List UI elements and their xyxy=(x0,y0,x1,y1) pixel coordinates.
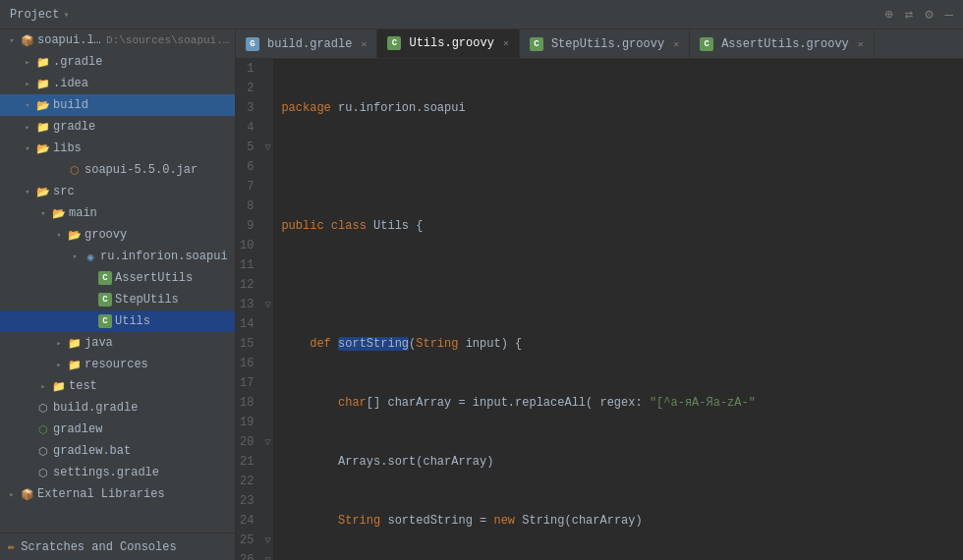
tree-item-idea[interactable]: ▸ 📁 .idea xyxy=(0,73,235,94)
tree-item-assertutils[interactable]: C AssertUtils xyxy=(0,267,235,289)
tree-item-java[interactable]: ▸ 📁 java xyxy=(0,332,235,354)
tab-steputils-close[interactable]: ✕ xyxy=(673,38,679,50)
settings-icon[interactable]: ⚙ xyxy=(925,6,933,23)
project-chevron[interactable]: ▾ xyxy=(63,9,69,21)
build-gradle-label: build.gradle xyxy=(53,401,138,415)
folder-icon-test: 📁 xyxy=(51,380,67,393)
tab-assertutils-label: AssertUtils.groovy xyxy=(721,37,849,51)
tree-item-test[interactable]: ▸ 📁 test xyxy=(0,375,235,397)
fold-11 xyxy=(261,255,273,275)
gradle-file-icon: ⬡ xyxy=(35,402,51,415)
fold-12 xyxy=(261,275,273,295)
line-num-24: 24 xyxy=(240,511,254,531)
tree-item-utils[interactable]: C Utils xyxy=(0,310,235,332)
tab-build-gradle-label: build.gradle xyxy=(267,37,352,51)
gradle-tab-icon: G xyxy=(246,37,259,51)
tab-assertutils-close[interactable]: ✕ xyxy=(858,38,864,50)
fold-13[interactable]: ▽ xyxy=(261,295,273,314)
fold-25[interactable]: ▽ xyxy=(261,531,273,550)
line-num-6: 6 xyxy=(240,157,254,177)
groovy-badge-utils: C xyxy=(98,314,112,328)
tab-steputils[interactable]: C StepUtils.groovy ✕ xyxy=(520,29,690,58)
line-num-14: 14 xyxy=(240,314,254,334)
tree-item-groovy[interactable]: ▾ 📂 groovy xyxy=(0,224,235,246)
src-label: src xyxy=(53,185,75,198)
tree-item-gradlew[interactable]: ⬡ gradlew xyxy=(0,419,235,440)
tab-build-gradle-close[interactable]: ✕ xyxy=(361,38,367,50)
tree-item-ru-inforion[interactable]: ▾ ◉ ru.inforion.soapui xyxy=(0,246,235,267)
folder-icon: 📁 xyxy=(35,56,51,69)
groovy-badge-assertutils: C xyxy=(98,271,112,285)
line-num-17: 17 xyxy=(240,373,254,393)
tab-assertutils[interactable]: C AssertUtils.groovy ✕ xyxy=(690,29,875,58)
arrow-groovy: ▾ xyxy=(51,230,67,241)
gradlew-label: gradlew xyxy=(53,422,102,436)
folder-icon-resources: 📁 xyxy=(67,359,83,371)
tab-utils-label: Utils.groovy xyxy=(409,36,493,50)
tree-item-build[interactable]: ▾ 📂 build xyxy=(0,94,235,116)
tree-item-libs[interactable]: ▾ 📂 libs xyxy=(0,138,235,159)
folder-icon-idea: 📁 xyxy=(35,78,51,90)
project-label: Project xyxy=(10,8,59,22)
arrow-src: ▾ xyxy=(20,187,35,197)
tree-item-soapui-jar[interactable]: ⬡ soapui-5.5.0.jar xyxy=(0,159,235,181)
arrow-java: ▸ xyxy=(51,338,67,349)
folder-open-icon-src: 📂 xyxy=(35,186,51,198)
tree-item-build-gradle[interactable]: ⬡ build.gradle xyxy=(0,397,235,419)
line-num-22: 22 xyxy=(240,472,254,491)
line-num-9: 9 xyxy=(240,216,254,236)
fold-4 xyxy=(261,118,273,138)
tree-item-steputils[interactable]: C StepUtils xyxy=(0,289,235,310)
code-editor[interactable]: 1 2 3 4 5 6 7 8 9 10 11 12 13 14 15 16 1… xyxy=(236,59,963,560)
folder-icon-java: 📁 xyxy=(67,337,83,350)
tab-build-gradle[interactable]: G build.gradle ✕ xyxy=(236,29,377,58)
line-num-11: 11 xyxy=(240,255,254,275)
tree-item-gradle2[interactable]: ▸ 📁 gradle xyxy=(0,116,235,138)
line-num-2: 2 xyxy=(240,79,254,98)
sidebar-tree: ▾ 📦 soapui.lib D:\sources\soapui.lib ▸ 📁… xyxy=(0,29,235,532)
tree-item-resources[interactable]: ▸ 📁 resources xyxy=(0,354,235,375)
minimize-icon[interactable]: — xyxy=(945,7,953,23)
tree-item-settings-gradle[interactable]: ⬡ settings.gradle xyxy=(0,462,235,483)
editor-area: G build.gradle ✕ C Utils.groovy ✕ C Step… xyxy=(236,29,963,560)
globe-icon[interactable]: ⊕ xyxy=(884,6,892,23)
fold-9 xyxy=(261,216,273,236)
utils-tab-icon: C xyxy=(387,36,401,50)
tree-item-soapui-lib[interactable]: ▾ 📦 soapui.lib D:\sources\soapui.lib xyxy=(0,29,235,51)
fold-23 xyxy=(261,491,273,511)
code-line-2 xyxy=(281,157,963,177)
sync-icon[interactable]: ⇄ xyxy=(905,6,913,23)
code-line-8: String sortedString = new String(charArr… xyxy=(281,511,963,531)
folder-open-icon-groovy: 📂 xyxy=(67,229,83,242)
arrow-main: ▾ xyxy=(35,208,51,219)
fold-7 xyxy=(261,177,273,196)
fold-16 xyxy=(261,354,273,373)
fold-26[interactable]: ▽ xyxy=(261,550,273,560)
utils-label: Utils xyxy=(115,314,150,328)
fold-22 xyxy=(261,472,273,491)
tree-item-gradle[interactable]: ▸ 📁 .gradle xyxy=(0,51,235,73)
line-num-15: 15 xyxy=(240,334,254,354)
fold-5[interactable]: ▽ xyxy=(261,138,273,157)
scratches-icon: ✏ xyxy=(8,539,15,554)
scratches-consoles[interactable]: ✏ Scratches and Consoles xyxy=(0,532,235,560)
fold-20[interactable]: ▽ xyxy=(261,432,273,452)
arrow-gradle2: ▸ xyxy=(20,122,35,133)
test-label: test xyxy=(69,379,97,393)
gradlew-icon: ⬡ xyxy=(35,423,51,436)
steputils-label: StepUtils xyxy=(115,293,179,307)
scratches-label: Scratches and Consoles xyxy=(21,540,176,554)
tree-item-src[interactable]: ▾ 📂 src xyxy=(0,181,235,202)
tree-item-external-libraries[interactable]: ▸ 📦 External Libraries xyxy=(0,483,235,505)
top-bar-icons: ⊕ ⇄ ⚙ — xyxy=(884,6,953,23)
lib-icon: 📦 xyxy=(20,34,35,47)
tab-utils[interactable]: C Utils.groovy ✕ xyxy=(377,29,519,58)
tab-utils-close[interactable]: ✕ xyxy=(503,37,509,49)
tree-item-gradlew-bat[interactable]: ⬡ gradlew.bat xyxy=(0,440,235,462)
line-num-7: 7 xyxy=(240,177,254,196)
code-content[interactable]: package ru.inforion.soapui public class … xyxy=(273,59,963,560)
code-line-1: package ru.inforion.soapui xyxy=(281,98,963,118)
tree-item-main[interactable]: ▾ 📂 main xyxy=(0,202,235,224)
assertutils-tab-icon: C xyxy=(700,37,713,51)
line-num-16: 16 xyxy=(240,354,254,373)
